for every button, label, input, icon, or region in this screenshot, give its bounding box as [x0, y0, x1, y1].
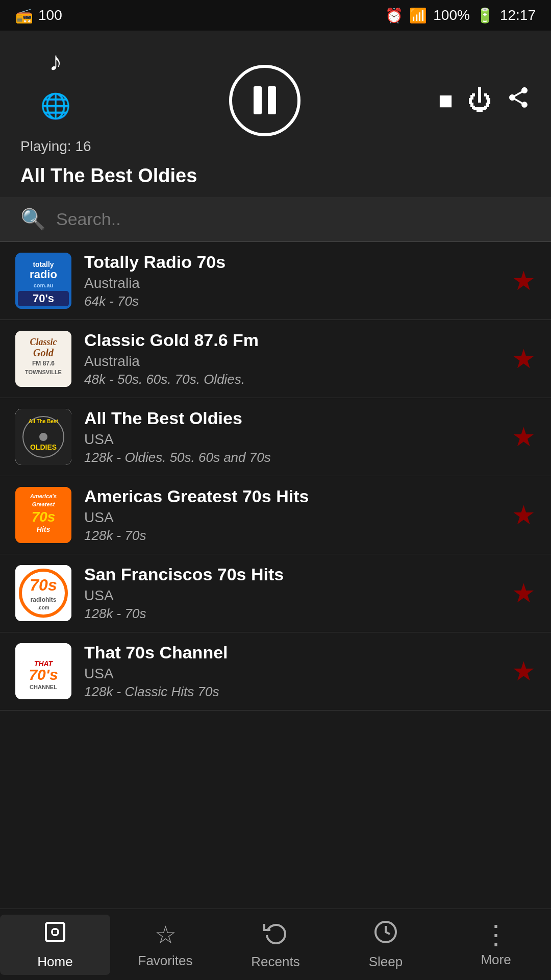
svg-text:totally: totally	[33, 260, 54, 268]
that-70s-logo-svg: THAT 70's CHANNEL	[15, 643, 71, 699]
svg-text:radio: radio	[30, 268, 57, 281]
station-bitrate: 48k - 50s. 60s. 70s. Oldies.	[84, 372, 502, 387]
americas-greatest-logo-svg: America's Greatest 70s Hits	[15, 487, 71, 543]
time-display: 12:17	[500, 7, 536, 23]
nav-label-more: More	[481, 952, 511, 968]
svg-text:com.au: com.au	[34, 282, 54, 288]
svg-text:America's: America's	[30, 493, 57, 499]
nav-label-home: Home	[37, 954, 72, 970]
station-item[interactable]: All The Best OLDIES All The Best Oldies …	[0, 398, 551, 476]
station-name: Totally Radio 70s	[84, 252, 502, 272]
station-list: totally radio com.au 70's Totally Radio …	[0, 242, 551, 936]
power-button[interactable]: ⏻	[467, 86, 492, 114]
svg-text:70's: 70's	[33, 292, 54, 305]
player-header: ♪ 🌐 Playing: 16 ■ ⏻ All The Best Oldies	[0, 31, 551, 197]
nav-item-recents[interactable]: Recents	[220, 920, 331, 970]
player-controls-row: ♪ 🌐 Playing: 16 ■ ⏻	[20, 46, 531, 155]
station-item[interactable]: America's Greatest 70s Hits Americas Gre…	[0, 476, 551, 554]
station-info: Americas Greatest 70s Hits USA 128k - 70…	[84, 486, 502, 544]
status-right: ⏰ 📶 100% 🔋 12:17	[385, 7, 536, 24]
favorite-star[interactable]: ★	[512, 578, 536, 608]
favorite-star[interactable]: ★	[512, 422, 536, 452]
playing-text: Playing: 16	[20, 138, 91, 155]
svg-text:.com: .com	[37, 605, 49, 610]
station-bitrate: 128k - Oldies. 50s. 60s and 70s	[84, 450, 502, 465]
station-logo-totally-radio: totally radio com.au 70's	[15, 253, 71, 309]
stop-button[interactable]: ■	[438, 86, 453, 114]
music-icon[interactable]: ♪	[49, 46, 62, 77]
svg-text:radiohits: radiohits	[31, 596, 57, 603]
station-logo-americas-greatest: America's Greatest 70s Hits	[15, 487, 71, 543]
svg-text:Hits: Hits	[37, 525, 51, 533]
battery-icon: 🔋	[476, 7, 494, 24]
station-item[interactable]: totally radio com.au 70's Totally Radio …	[0, 242, 551, 320]
pause-bar-right	[268, 86, 276, 114]
pause-button[interactable]	[229, 65, 300, 136]
svg-text:OLDIES: OLDIES	[30, 443, 57, 451]
favorite-star[interactable]: ★	[512, 500, 536, 530]
globe-icon[interactable]: 🌐	[40, 92, 71, 120]
sf-70s-logo-svg: 70s radiohits .com	[15, 565, 71, 621]
search-icon: 🔍	[20, 207, 46, 231]
favorite-star[interactable]: ★	[512, 344, 536, 374]
svg-point-13	[39, 433, 47, 441]
nav-item-favorites[interactable]: ☆ Favorites	[110, 920, 220, 969]
status-signal-text: 100	[38, 7, 62, 23]
station-item[interactable]: THAT 70's CHANNEL That 70s Channel USA 1…	[0, 632, 551, 710]
station-info: Totally Radio 70s Australia 64k - 70s	[84, 252, 502, 309]
station-name: San Franciscos 70s Hits	[84, 565, 502, 584]
player-right-icons: ■ ⏻	[438, 85, 531, 115]
station-bitrate: 128k - Classic Hits 70s	[84, 684, 502, 700]
svg-text:Greatest: Greatest	[32, 501, 56, 507]
classic-gold-logo-svg: Classic Gold FM 87.6 TOWNSVILLE	[15, 331, 71, 387]
all-best-oldies-logo-svg: All The Best OLDIES	[15, 409, 71, 465]
station-info: Classic Gold 87.6 Fm Australia 48k - 50s…	[84, 330, 502, 387]
station-country: Australia	[84, 275, 502, 291]
station-country: USA	[84, 509, 502, 526]
favorite-star[interactable]: ★	[512, 265, 536, 296]
svg-text:Gold: Gold	[33, 347, 54, 358]
station-info: All The Best Oldies USA 128k - Oldies. 5…	[84, 408, 502, 465]
station-bitrate: 128k - 70s	[84, 606, 502, 622]
station-country: USA	[84, 666, 502, 682]
station-item[interactable]: 70s radiohits .com San Franciscos 70s Hi…	[0, 554, 551, 632]
station-bitrate: 128k - 70s	[84, 528, 502, 544]
wifi-icon: 📶	[409, 7, 427, 24]
home-icon	[43, 920, 67, 950]
svg-text:CHANNEL: CHANNEL	[30, 684, 57, 690]
station-logo-that-70s: THAT 70's CHANNEL	[15, 643, 71, 699]
status-bar: 📻 100 ⏰ 📶 100% 🔋 12:17	[0, 0, 551, 31]
station-info: That 70s Channel USA 128k - Classic Hits…	[84, 643, 502, 700]
svg-text:70's: 70's	[29, 666, 58, 683]
station-country: Australia	[84, 353, 502, 370]
nav-item-home[interactable]: Home	[0, 915, 110, 975]
pause-icon	[254, 86, 276, 114]
nav-label-favorites: Favorites	[138, 953, 193, 969]
station-bitrate: 64k - 70s	[84, 293, 502, 309]
totally-radio-logo-svg: totally radio com.au 70's	[15, 253, 71, 309]
station-name: Americas Greatest 70s Hits	[84, 486, 502, 506]
station-logo-classic-gold: Classic Gold FM 87.6 TOWNSVILLE	[15, 331, 71, 387]
favorites-icon: ☆	[155, 920, 177, 949]
svg-text:All The Best: All The Best	[29, 419, 58, 424]
svg-text:FM 87.6: FM 87.6	[32, 360, 55, 367]
nav-label-recents: Recents	[251, 954, 299, 970]
nav-item-sleep[interactable]: Sleep	[331, 920, 441, 970]
share-button[interactable]	[506, 85, 531, 115]
svg-text:TOWNSVILLE: TOWNSVILLE	[25, 369, 62, 375]
alarm-icon: ⏰	[385, 7, 403, 24]
station-item[interactable]: Classic Gold FM 87.6 TOWNSVILLE Classic …	[0, 320, 551, 398]
station-name: That 70s Channel	[84, 643, 502, 663]
station-logo-all-best-oldies: All The Best OLDIES	[15, 409, 71, 465]
pause-bar-left	[254, 86, 262, 114]
svg-text:70s: 70s	[30, 576, 57, 594]
current-station-title: All The Best Oldies	[20, 165, 197, 187]
station-country: USA	[84, 431, 502, 448]
search-input[interactable]	[56, 209, 531, 229]
svg-text:Classic: Classic	[30, 337, 57, 347]
station-name: Classic Gold 87.6 Fm	[84, 330, 502, 350]
favorite-star-empty[interactable]: ★	[512, 656, 536, 687]
station-name: All The Best Oldies	[84, 408, 502, 428]
status-left: 📻 100	[15, 7, 62, 24]
nav-item-more[interactable]: ⋮ More	[441, 921, 551, 968]
